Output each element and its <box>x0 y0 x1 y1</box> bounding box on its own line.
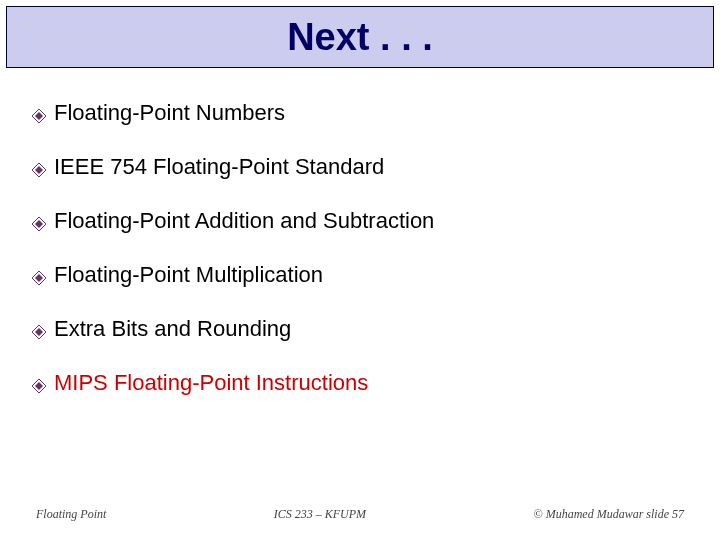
svg-marker-3 <box>35 166 43 174</box>
diamond-bullet-icon <box>32 109 46 123</box>
diamond-bullet-icon <box>32 163 46 177</box>
diamond-bullet-icon <box>32 271 46 285</box>
diamond-bullet-icon <box>32 325 46 339</box>
list-item: MIPS Floating-Point Instructions <box>32 370 688 396</box>
diamond-bullet-icon <box>32 379 46 393</box>
svg-marker-1 <box>35 112 43 120</box>
footer: Floating Point ICS 233 – KFUPM © Muhamed… <box>0 507 720 522</box>
list-item: Floating-Point Multiplication <box>32 262 688 288</box>
bullet-text: Extra Bits and Rounding <box>54 316 291 342</box>
svg-marker-5 <box>35 220 43 228</box>
slide-title: Next . . . <box>287 16 433 59</box>
footer-left: Floating Point <box>36 507 106 522</box>
svg-marker-7 <box>35 274 43 282</box>
svg-marker-9 <box>35 328 43 336</box>
title-bar: Next . . . <box>6 6 714 68</box>
list-item: Floating-Point Numbers <box>32 100 688 126</box>
diamond-bullet-icon <box>32 217 46 231</box>
list-item: Floating-Point Addition and Subtraction <box>32 208 688 234</box>
bullet-text: Floating-Point Numbers <box>54 100 285 126</box>
bullet-list: Floating-Point Numbers IEEE 754 Floating… <box>32 100 688 424</box>
bullet-text: Floating-Point Addition and Subtraction <box>54 208 434 234</box>
footer-right: © Muhamed Mudawar slide 57 <box>534 507 684 522</box>
footer-center: ICS 233 – KFUPM <box>274 507 366 522</box>
list-item: Extra Bits and Rounding <box>32 316 688 342</box>
bullet-text: IEEE 754 Floating-Point Standard <box>54 154 384 180</box>
bullet-text: Floating-Point Multiplication <box>54 262 323 288</box>
list-item: IEEE 754 Floating-Point Standard <box>32 154 688 180</box>
bullet-text: MIPS Floating-Point Instructions <box>54 370 368 396</box>
svg-marker-11 <box>35 382 43 390</box>
